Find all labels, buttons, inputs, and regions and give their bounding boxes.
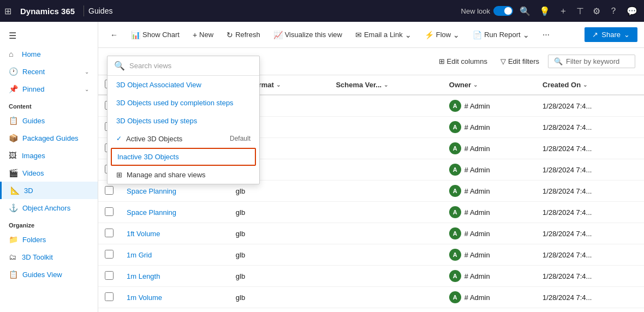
dropdown-item-associated-view[interactable]: 3D Object Associated View: [108, 76, 259, 94]
lightbulb-icon[interactable]: 💡: [537, 4, 552, 19]
sidebar-item-pinned[interactable]: 📌 Pinned ⌄: [0, 80, 98, 98]
row-checkbox[interactable]: [105, 186, 114, 195]
col-header-schema-ver[interactable]: Schema Ver... ⌄: [329, 75, 442, 95]
dropdown-item-label: Inactive 3D Objects: [117, 153, 179, 161]
new-look-toggle[interactable]: [493, 6, 513, 16]
cell-owner: A # Admin: [443, 181, 536, 202]
sidebar-item-packaged-guides[interactable]: 📦 Packaged Guides: [0, 129, 98, 147]
pin-icon: 📌: [9, 85, 18, 93]
cell-schema-ver: [329, 287, 442, 308]
cell-collection-id[interactable]: 1m Grid: [120, 244, 229, 266]
cell-collection-id[interactable]: 1ft Volume: [120, 223, 229, 244]
cell-schema-ver: [329, 181, 442, 202]
sidebar-item-label: Videos: [22, 169, 44, 177]
sidebar-item-guides[interactable]: 📋 Guides: [0, 112, 98, 129]
sidebar-item-object-anchors[interactable]: ⚓ Object Anchors: [0, 199, 98, 217]
cell-collection-id[interactable]: Space Planning: [120, 202, 229, 223]
sidebar-item-label: 3D Toolkit: [22, 253, 53, 261]
home-icon: ⌂: [9, 50, 17, 58]
dropdown-item-by-steps[interactable]: 3D Objects used by steps: [108, 112, 259, 130]
sidebar-item-videos[interactable]: 🎬 Videos: [0, 164, 98, 182]
avatar: A: [449, 227, 461, 239]
col-label: Created On: [542, 81, 581, 89]
email-icon: ✉: [355, 31, 362, 39]
edit-columns-label: Edit columns: [447, 57, 487, 65]
filter-by-keyword-input[interactable]: 🔍 Filter by keyword: [548, 55, 635, 68]
top-nav: ⊞ Dynamics 365 Guides New look 🔍 💡 ＋ ⊤ ⚙…: [0, 0, 644, 22]
row-checkbox[interactable]: [105, 229, 114, 237]
sidebar-item-home[interactable]: ⌂ Home: [0, 45, 98, 63]
sidebar-item-3d-toolkit[interactable]: 🗂 3D Toolkit: [0, 248, 98, 266]
cell-file-format: glb: [229, 266, 330, 287]
row-checkbox-cell: [98, 202, 120, 223]
dropdown-item-inactive-3d[interactable]: Inactive 3D Objects: [111, 148, 256, 166]
cell-schema-ver: [329, 308, 442, 313]
chat-icon[interactable]: 💬: [624, 4, 640, 19]
cell-created-on: 1/28/2024 7:4...: [536, 202, 644, 223]
cell-schema-ver: [329, 159, 442, 181]
cell-created-on: 1/28/2024 7:4...: [536, 181, 644, 202]
new-button[interactable]: + New: [187, 27, 219, 43]
row-checkbox[interactable]: [105, 271, 114, 280]
add-icon[interactable]: ＋: [557, 3, 570, 19]
grid-icon[interactable]: ⊞: [4, 6, 11, 16]
cell-created-on: 1/28/2024 7:4...: [536, 244, 644, 266]
new-look-toggle-container: New look: [461, 6, 513, 16]
anchor-icon: ⚓: [9, 203, 18, 212]
cell-created-on: 1/28/2024 7:4...: [536, 308, 644, 313]
dropdown-item-manage[interactable]: ⊞ Manage and share views: [108, 166, 259, 184]
sidebar-item-3d[interactable]: 📐 3D: [0, 182, 98, 199]
cell-owner: A # Admin: [443, 117, 536, 138]
row-checkbox[interactable]: [105, 292, 114, 301]
cell-file-format: glb: [229, 223, 330, 244]
refresh-button[interactable]: ↻ Refresh: [221, 27, 266, 43]
col-header-owner[interactable]: Owner ⌄: [443, 75, 536, 95]
share-button[interactable]: ↗ Share ⌄: [585, 27, 637, 42]
cell-schema-ver: [329, 223, 442, 244]
hamburger-icon[interactable]: ☰: [0, 26, 98, 45]
main-layout: ☰ ⌂ Home 🕐 Recent ⌄ 📌 Pinned ⌄ Content 📋…: [0, 22, 644, 312]
cell-collection-id[interactable]: 1m Length: [120, 266, 229, 287]
settings-icon[interactable]: ⚙: [591, 4, 603, 19]
cell-owner: A # Admin: [443, 138, 536, 159]
col-label: Schema Ver...: [336, 81, 381, 89]
cell-schema-ver: [329, 138, 442, 159]
table-row: 1m Volume glb A # Admin 1/28/2024 7:4...: [98, 287, 644, 308]
dropdown-item-completion-steps[interactable]: 3D Objects used by completion steps: [108, 94, 259, 112]
cell-collection-id[interactable]: 2: [120, 308, 229, 313]
avatar: A: [449, 142, 461, 154]
cell-collection-id[interactable]: 1m Volume: [120, 287, 229, 308]
avatar: A: [449, 206, 461, 218]
flow-label: Flow: [436, 31, 451, 39]
show-chart-button[interactable]: 📊 Show Chart: [126, 27, 185, 43]
search-icon[interactable]: 🔍: [517, 4, 533, 19]
sidebar-item-guides-view[interactable]: 📋 Guides View: [0, 266, 98, 283]
sidebar-item-recent[interactable]: 🕐 Recent ⌄: [0, 63, 98, 80]
guides-icon: 📋: [9, 116, 18, 125]
cell-schema-ver: [329, 266, 442, 287]
run-report-button[interactable]: 📄 Run Report ⌄: [467, 27, 534, 43]
visualize-button[interactable]: 📈 Visualize this view: [268, 27, 348, 43]
edit-columns-icon: ⊞: [439, 57, 445, 65]
cell-owner: A # Admin: [443, 159, 536, 181]
sidebar-item-folders[interactable]: 📁 Folders: [0, 231, 98, 248]
filter-icon[interactable]: ⊤: [574, 4, 586, 19]
email-link-button[interactable]: ✉ Email a Link ⌄: [350, 27, 417, 43]
owner-name: # Admin: [464, 208, 490, 217]
3d-icon: 📐: [10, 186, 20, 195]
col-header-created-on[interactable]: Created On ⌄: [536, 75, 644, 95]
brand-name[interactable]: Dynamics 365: [16, 7, 79, 16]
flow-button[interactable]: ⚡ Flow ⌄: [419, 27, 465, 43]
dropdown-search-input[interactable]: [129, 62, 253, 70]
edit-filters-button[interactable]: ▽ Edit filters: [496, 55, 544, 68]
edit-columns-button[interactable]: ⊞ Edit columns: [434, 55, 492, 68]
sidebar-item-images[interactable]: 🖼 Images: [0, 147, 98, 164]
row-checkbox[interactable]: [105, 207, 114, 216]
visualize-icon: 📈: [273, 31, 283, 39]
more-button[interactable]: ⋯: [537, 27, 555, 42]
row-checkbox[interactable]: [105, 250, 114, 259]
package-icon: 📦: [9, 134, 18, 142]
help-icon[interactable]: ？: [607, 3, 620, 19]
back-button[interactable]: ←: [105, 27, 123, 43]
dropdown-item-active-3d[interactable]: ✓ Active 3D Objects Default: [108, 130, 259, 148]
